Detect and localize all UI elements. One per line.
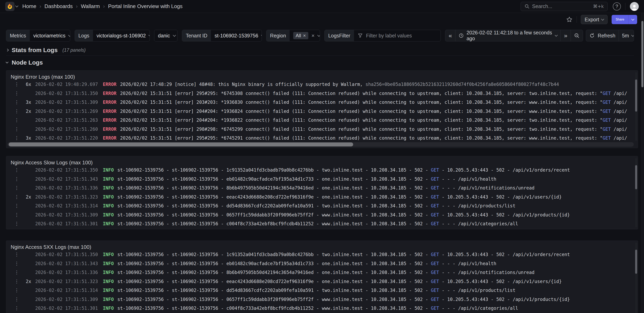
log-message: 2026/02/02 15:31:51 [error] 204#204: *19…: [120, 109, 627, 114]
row-menu-icon[interactable]: ⋮: [14, 117, 19, 123]
breadcrumb-folder[interactable]: Wallarm: [81, 3, 100, 9]
log-timestamp: 2026-02-02 17:31:51.343: [35, 261, 98, 266]
panel-vertical-scrollbar-thumb[interactable]: [635, 165, 637, 189]
log-level-badge: INFO: [103, 306, 114, 311]
chevron-down-icon: [68, 33, 70, 37]
grafana-logo[interactable]: [5, 2, 14, 11]
log-message-segment: - 10.205.5.43:443 - 502 - /api/v1/produc…: [439, 212, 570, 217]
row-menu-icon[interactable]: ⋮: [14, 297, 19, 302]
panel-title[interactable]: Nginx Access 5XX Logs (max 100): [6, 241, 638, 250]
row-menu-icon[interactable]: ⋮: [14, 203, 19, 209]
row-menu-icon[interactable]: ⋮: [14, 288, 19, 293]
section-title[interactable]: Stats from Logs: [12, 47, 58, 53]
logsfilter-placeholder: Filter by label values: [366, 33, 412, 39]
log-message-segment: GET: [431, 270, 439, 275]
clear-all-icon[interactable]: ×: [312, 32, 314, 39]
panel-vertical-scrollbar-thumb[interactable]: [635, 79, 637, 112]
row-menu-icon[interactable]: ⋮: [14, 261, 19, 266]
refresh-interval-dropdown[interactable]: 5m: [619, 30, 634, 41]
logs-value: victorialogs-st-106902: [96, 33, 146, 39]
refresh-group: Refresh 5m: [586, 30, 634, 41]
search-input[interactable]: Search... ⌘+k: [521, 2, 608, 11]
log-message-segment: st-106902-1539756 - st-106902-1539756 - …: [117, 270, 431, 275]
panel-title[interactable]: Nginx Access Slow Logs (max 100): [6, 156, 638, 166]
log-message-segment: - 10.205.5.43:443 - 502 - /api/v1/users/…: [439, 279, 562, 284]
remove-chip-icon[interactable]: ×: [303, 33, 306, 38]
log-message-segment: GET: [431, 306, 439, 311]
panel-title[interactable]: Nginx Error Logs (max 100): [6, 71, 638, 80]
region-variable[interactable]: Region All × ×: [266, 30, 320, 41]
breadcrumb-dashboard-title: Portal Inline Overview with Logs: [108, 3, 182, 9]
log-message-segment: st-106902-1539756 - st-106902-1539756 - …: [117, 167, 431, 173]
log-message-segment: - - - /api/v1/health: [439, 176, 496, 182]
metrics-variable[interactable]: Metrics victoriametrics: [6, 30, 70, 41]
row-menu-icon[interactable]: ⋮: [14, 135, 19, 141]
breadcrumb-dashboards[interactable]: Dashboards: [44, 3, 73, 9]
log-timestamp: 2026-02-02 17:31:51.343: [35, 176, 98, 182]
row-menu-icon[interactable]: ⋮: [14, 194, 19, 200]
row-menu-icon[interactable]: ⋮: [14, 270, 19, 275]
logs-variable[interactable]: Logs victorialogs-st-106902: [75, 30, 150, 41]
time-controls: « 2026-02-02 11:42:18 to a few seconds a…: [445, 30, 634, 41]
log-row: ⋮2026-02-02 17:31:51.336INFOst-106902-15…: [6, 183, 634, 193]
log-level-badge: ERROR: [103, 135, 116, 141]
log-message-segment: GET: [602, 117, 611, 123]
clock-icon: [459, 33, 464, 38]
time-range-picker[interactable]: 2026-02-02 11:42:18 to a few seconds ago: [455, 30, 561, 41]
tenant-label: Tenant ID: [182, 30, 211, 41]
section-title[interactable]: Node Logs: [12, 59, 43, 66]
refresh-button[interactable]: Refresh: [586, 30, 619, 41]
zoom-out-time-button[interactable]: [570, 30, 583, 41]
panel-horizontal-scrollbar-thumb[interactable]: [9, 142, 353, 146]
log-level-badge: INFO: [103, 288, 114, 293]
log-message: st-106902-1539756 - st-106902-1539756 - …: [117, 279, 562, 284]
row-menu-icon[interactable]: ⋮: [14, 252, 19, 257]
log-message-segment: GET: [602, 100, 611, 105]
org-switcher-chevron-icon[interactable]: [16, 5, 18, 8]
row-stats-from-logs[interactable]: Stats from Logs (17 panels): [6, 47, 634, 53]
panel-vertical-scrollbar-thumb[interactable]: [635, 250, 637, 274]
node-variable[interactable]: danic: [154, 30, 178, 41]
row-node-logs[interactable]: Node Logs: [6, 59, 634, 66]
row-menu-icon[interactable]: ⋮: [14, 126, 19, 132]
export-button[interactable]: Export: [581, 15, 608, 24]
log-message: st-106902-1539756 - st-106902-1539756 - …: [117, 212, 570, 217]
row-menu-icon[interactable]: ⋮: [14, 81, 19, 87]
time-shift-back-button[interactable]: «: [445, 30, 455, 41]
log-message: st-106902-1539756 - st-106902-1539756 - …: [117, 252, 570, 257]
section-divider: [6, 55, 634, 56]
row-menu-icon[interactable]: ⋮: [14, 279, 19, 284]
favorite-star-icon[interactable]: [566, 16, 572, 23]
row-menu-icon[interactable]: ⋮: [14, 167, 19, 173]
row-menu-icon[interactable]: ⋮: [14, 99, 19, 105]
log-message: st-106902-1539756 - st-106902-1539756 - …: [117, 176, 496, 182]
row-menu-icon[interactable]: ⋮: [14, 212, 19, 218]
row-menu-icon[interactable]: ⋮: [14, 221, 19, 227]
share-button[interactable]: Share: [612, 15, 628, 24]
row-menu-icon[interactable]: ⋮: [14, 185, 19, 191]
panel-horizontal-scrollbar-track[interactable]: [8, 142, 634, 147]
help-icon[interactable]: ?: [613, 2, 621, 10]
logsfilter-variable[interactable]: LogsFilter Filter by label values: [324, 30, 441, 41]
breadcrumb-home[interactable]: Home: [22, 3, 36, 9]
region-chip[interactable]: All ×: [293, 32, 308, 39]
chevron-right-icon: [6, 48, 8, 52]
log-row: ⋮3x2026-02-02 17:31:51.309ERROR2026/02/0…: [6, 98, 634, 107]
window-scrollbar-thumb[interactable]: [642, 21, 644, 87]
window-scrollbar-track[interactable]: [641, 13, 644, 313]
log-level-badge: ERROR: [103, 82, 116, 87]
log-level-badge: INFO: [103, 167, 114, 173]
top-nav-bar: Home › Dashboards › Wallarm › Portal Inl…: [0, 0, 644, 13]
share-menu-button[interactable]: [628, 15, 637, 24]
search-placeholder: Search...: [532, 3, 591, 9]
log-timestamp: 2026-02-02 17:31:51.350: [35, 91, 98, 96]
row-menu-icon[interactable]: ⋮: [14, 90, 19, 96]
log-level-badge: ERROR: [103, 100, 116, 105]
row-menu-icon[interactable]: ⋮: [14, 176, 19, 182]
time-shift-forward-button[interactable]: »: [560, 30, 570, 41]
log-level-badge: INFO: [103, 203, 114, 208]
avatar[interactable]: [630, 2, 639, 11]
tenant-variable[interactable]: Tenant ID st-106902-1539756: [182, 30, 262, 41]
row-menu-icon[interactable]: ⋮: [14, 305, 19, 311]
row-menu-icon[interactable]: ⋮: [14, 108, 19, 114]
